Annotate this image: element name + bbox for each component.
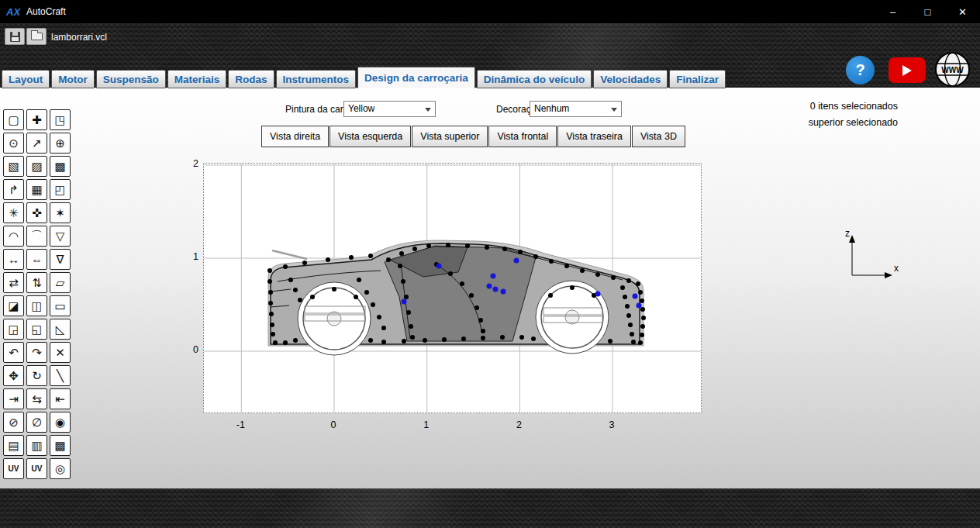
- control-point[interactable]: [406, 310, 411, 315]
- selected-control-point[interactable]: [501, 289, 506, 295]
- control-point[interactable]: [283, 340, 288, 345]
- decoration-select[interactable]: Nenhum: [530, 101, 622, 117]
- view-button-vista-superior[interactable]: Vista superior: [412, 126, 488, 147]
- bevel-corner-icon[interactable]: ◺: [50, 319, 71, 340]
- curve-icon[interactable]: ⌒: [26, 226, 47, 247]
- control-point[interactable]: [357, 278, 361, 282]
- control-point[interactable]: [332, 287, 336, 292]
- star-point-icon[interactable]: ✶: [50, 202, 71, 223]
- control-point[interactable]: [423, 338, 427, 343]
- control-point[interactable]: [401, 279, 405, 284]
- corner-bottom-left-icon[interactable]: ◱: [26, 319, 47, 340]
- tab-layout[interactable]: Layout: [2, 70, 50, 88]
- flip-horizontal-icon[interactable]: ↔: [3, 249, 24, 270]
- uv-edit-icon[interactable]: UV: [26, 458, 47, 479]
- control-point[interactable]: [426, 243, 431, 248]
- control-point[interactable]: [377, 315, 381, 319]
- control-point[interactable]: [519, 335, 524, 340]
- control-point[interactable]: [640, 333, 644, 337]
- save-button[interactable]: [5, 28, 25, 45]
- selected-control-point[interactable]: [493, 287, 499, 292]
- selected-control-point[interactable]: [437, 264, 442, 269]
- control-point[interactable]: [608, 339, 612, 343]
- control-point[interactable]: [310, 295, 315, 299]
- tab-motor[interactable]: Motor: [51, 70, 95, 88]
- polygon-fill-icon[interactable]: ▧: [3, 156, 24, 177]
- selected-control-point[interactable]: [491, 274, 496, 279]
- view-button-vista-direita[interactable]: Vista direita: [261, 126, 329, 147]
- help-button[interactable]: ?: [846, 56, 875, 85]
- control-point[interactable]: [640, 307, 645, 312]
- control-point[interactable]: [269, 312, 274, 316]
- control-point[interactable]: [267, 279, 272, 284]
- control-point[interactable]: [460, 281, 464, 286]
- control-point[interactable]: [626, 278, 631, 283]
- diagonal-line-icon[interactable]: ╲: [50, 365, 71, 386]
- arc-up-icon[interactable]: ◠: [3, 226, 24, 247]
- control-point[interactable]: [402, 339, 406, 343]
- control-point[interactable]: [461, 336, 466, 341]
- duplicate-layer-icon[interactable]: ▤: [3, 435, 24, 456]
- taper-icon[interactable]: ∇: [50, 249, 71, 270]
- insert-point-icon[interactable]: ⊕: [50, 133, 71, 154]
- rectangle-icon[interactable]: ▭: [50, 295, 71, 316]
- tab-dinamica-do-veiculo[interactable]: Dinâmica do veículo: [477, 70, 592, 88]
- control-point[interactable]: [298, 298, 302, 302]
- delete-icon[interactable]: ✕: [50, 342, 71, 363]
- merge-layer-icon[interactable]: ▩: [50, 435, 71, 456]
- control-point[interactable]: [270, 323, 274, 327]
- view-button-vista-esquerda[interactable]: Vista esquerda: [330, 126, 411, 147]
- tab-rodas[interactable]: Rodas: [228, 70, 274, 88]
- control-point[interactable]: [273, 340, 278, 345]
- control-point[interactable]: [611, 275, 616, 280]
- control-point[interactable]: [302, 261, 307, 265]
- tab-suspensao[interactable]: Suspensão: [96, 70, 166, 88]
- control-point[interactable]: [625, 304, 630, 309]
- control-point[interactable]: [636, 281, 640, 286]
- control-point[interactable]: [283, 264, 288, 269]
- tab-finalizar[interactable]: Finalizar: [669, 70, 726, 88]
- control-point[interactable]: [630, 332, 634, 336]
- extend-right-icon[interactable]: ⇥: [3, 388, 24, 409]
- control-point[interactable]: [631, 340, 636, 344]
- parallelogram-icon[interactable]: ▱: [50, 272, 71, 293]
- control-point[interactable]: [271, 332, 275, 336]
- design-canvas[interactable]: [203, 163, 702, 413]
- view-button-vista-frontal[interactable]: Vista frontal: [488, 126, 557, 147]
- rotate-icon[interactable]: ↻: [26, 365, 47, 386]
- corner-path-icon[interactable]: ↱: [3, 179, 24, 200]
- control-point[interactable]: [531, 336, 536, 341]
- close-button[interactable]: ✕: [945, 0, 980, 23]
- control-point[interactable]: [268, 301, 273, 305]
- minimize-button[interactable]: –: [875, 0, 910, 23]
- control-point[interactable]: [481, 336, 485, 340]
- shear-left-icon[interactable]: ◪: [3, 295, 24, 316]
- control-point[interactable]: [549, 259, 554, 264]
- view-button-vista-traseira[interactable]: Vista traseira: [557, 126, 631, 147]
- control-point[interactable]: [626, 313, 631, 318]
- funnel-icon[interactable]: ▽: [50, 226, 71, 247]
- control-point[interactable]: [478, 318, 483, 323]
- hide-item-icon[interactable]: ⊘: [3, 412, 24, 433]
- control-point[interactable]: [293, 338, 298, 343]
- extend-left-icon[interactable]: ⇤: [50, 388, 71, 409]
- add-point-icon[interactable]: ⊙: [3, 133, 24, 154]
- snap-point-icon[interactable]: ✳: [3, 202, 24, 223]
- control-point[interactable]: [268, 290, 273, 295]
- grid-cells-icon[interactable]: ▦: [26, 179, 47, 200]
- copy-layer-icon[interactable]: ▥: [26, 435, 47, 456]
- fit-view-icon[interactable]: ◳: [50, 109, 71, 130]
- control-point[interactable]: [638, 340, 643, 345]
- control-point[interactable]: [398, 264, 402, 268]
- add-vehicle-icon[interactable]: ✚: [26, 109, 47, 130]
- undo-icon[interactable]: ↶: [3, 342, 24, 363]
- control-point[interactable]: [288, 278, 293, 282]
- control-point[interactable]: [404, 295, 409, 299]
- open-button[interactable]: [26, 28, 47, 45]
- hide-selected-icon[interactable]: ∅: [26, 412, 47, 433]
- tab-velocidades[interactable]: Velocidades: [593, 70, 668, 88]
- control-point[interactable]: [409, 324, 413, 329]
- control-point[interactable]: [474, 305, 479, 310]
- tab-materiais[interactable]: Materiais: [167, 70, 227, 88]
- selected-control-point[interactable]: [637, 303, 642, 309]
